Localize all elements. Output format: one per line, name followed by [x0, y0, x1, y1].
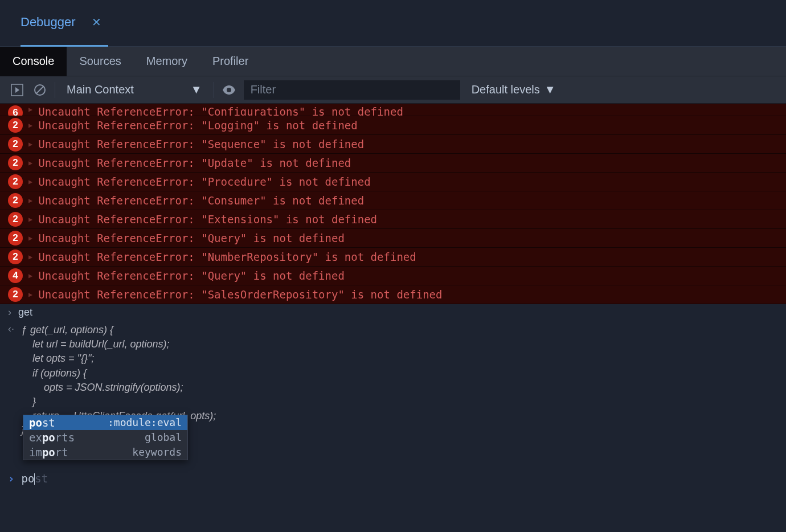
function-keyword: ƒ	[21, 324, 27, 335]
expand-icon[interactable]: ▶	[28, 159, 32, 167]
svg-line-2	[36, 87, 43, 93]
close-icon[interactable]: ✕	[92, 15, 101, 29]
error-text: Uncaught ReferenceError: "Configurations…	[38, 105, 403, 116]
error-count-badge: 2	[8, 155, 23, 170]
error-row[interactable]: 4▶Uncaught ReferenceError: "Query" is no…	[0, 267, 786, 285]
error-count-badge: 2	[8, 231, 23, 245]
console-toolbar: Main Context ▼ Default levels ▼	[0, 76, 786, 104]
expand-icon[interactable]: ▶	[28, 290, 32, 298]
error-text: Uncaught ReferenceError: "Logging" is no…	[38, 119, 358, 132]
error-row[interactable]: 2▶Uncaught ReferenceError: "Query" is no…	[0, 229, 786, 248]
expand-icon[interactable]: ▶	[28, 197, 32, 204]
history-input-text: get	[18, 306, 32, 318]
error-text: Uncaught ReferenceError: "Procedure" is …	[38, 175, 370, 188]
autocomplete-item[interactable]: importkeywords	[23, 445, 187, 460]
error-count-badge: 2	[8, 137, 23, 152]
console-output: 6▶Uncaught ReferenceError: "Configuratio…	[0, 104, 786, 488]
tab-sources[interactable]: Sources	[67, 47, 133, 76]
error-count-badge: 2	[8, 212, 23, 227]
console-input-row[interactable]: › post	[0, 469, 786, 489]
tab-profiler[interactable]: Profiler	[200, 47, 261, 76]
eye-icon[interactable]	[221, 82, 237, 98]
expand-icon[interactable]: ▶	[28, 272, 32, 280]
input-prompt-icon: ›	[8, 306, 11, 318]
error-count-badge: 2	[8, 287, 23, 302]
console-history-input: › get	[0, 304, 786, 321]
clear-icon[interactable]	[32, 82, 48, 98]
autocomplete-item[interactable]: exportsglobal	[23, 430, 187, 445]
chevron-down-icon: ▼	[545, 83, 556, 96]
expand-icon[interactable]: ▶	[28, 234, 32, 242]
divider	[214, 82, 214, 98]
context-label: Main Context	[67, 83, 134, 96]
autocomplete-item[interactable]: post:module:eval	[23, 415, 187, 430]
error-row[interactable]: 2▶Uncaught ReferenceError: "NumberReposi…	[0, 248, 786, 267]
tab-label: Debugger	[21, 15, 76, 30]
divider	[55, 82, 55, 98]
context-select[interactable]: Main Context ▼	[62, 83, 207, 96]
error-count-badge: 4	[8, 268, 23, 283]
autocomplete-popup[interactable]: post:module:evalexportsglobalimportkeywo…	[23, 415, 188, 460]
error-row[interactable]: 2▶Uncaught ReferenceError: "Consumer" is…	[0, 191, 786, 210]
error-row[interactable]: 2▶Uncaught ReferenceError: "Logging" is …	[0, 116, 786, 135]
error-count-badge: 2	[8, 249, 23, 264]
error-text: Uncaught ReferenceError: "Query" is not …	[38, 232, 345, 244]
error-row[interactable]: 2▶Uncaught ReferenceError: "Update" is n…	[0, 154, 786, 173]
error-text: Uncaught ReferenceError: "Sequence" is n…	[38, 138, 364, 150]
levels-select[interactable]: Default levels ▼	[467, 83, 560, 96]
levels-label: Default levels	[472, 83, 540, 96]
input-prompt-icon: ›	[8, 472, 14, 485]
svg-point-3	[227, 88, 231, 92]
error-count-badge: 6	[8, 105, 23, 116]
output-prompt-icon: ‹·	[8, 323, 14, 438]
chevron-down-icon: ▼	[191, 83, 202, 96]
expand-icon[interactable]: ▶	[28, 178, 32, 186]
error-row[interactable]: 2▶Uncaught ReferenceError: "Extensions" …	[0, 210, 786, 229]
tab-console[interactable]: Console	[0, 47, 67, 76]
expand-icon[interactable]: ▶	[28, 121, 32, 129]
panel-tab-bar: Console Sources Memory Profiler	[0, 47, 786, 76]
error-count-badge: 2	[8, 174, 23, 189]
error-row[interactable]: 6▶Uncaught ReferenceError: "Configuratio…	[0, 104, 786, 116]
error-text: Uncaught ReferenceError: "SalesOrderRepo…	[38, 288, 442, 301]
error-count-badge: 2	[8, 193, 23, 208]
error-row[interactable]: 2▶Uncaught ReferenceError: "Sequence" is…	[0, 135, 786, 154]
error-text: Uncaught ReferenceError: "Consumer" is n…	[38, 194, 364, 207]
filter-input[interactable]	[244, 80, 460, 100]
tab-memory[interactable]: Memory	[134, 47, 200, 76]
error-row[interactable]: 2▶Uncaught ReferenceError: "Procedure" i…	[0, 173, 786, 191]
tab-debugger[interactable]: Debugger ✕	[21, 0, 108, 47]
console-input-text[interactable]: post	[21, 472, 48, 485]
error-row[interactable]: 2▶Uncaught ReferenceError: "SalesOrderRe…	[0, 285, 786, 304]
expand-icon[interactable]: ▶	[28, 105, 32, 113]
expand-icon[interactable]: ▶	[28, 140, 32, 148]
main-tab-bar: Debugger ✕	[0, 0, 786, 47]
error-text: Uncaught ReferenceError: "NumberReposito…	[38, 251, 416, 263]
error-count-badge: 2	[8, 118, 23, 133]
play-icon[interactable]	[9, 82, 25, 98]
expand-icon[interactable]: ▶	[28, 253, 32, 261]
error-text: Uncaught ReferenceError: "Query" is not …	[38, 269, 345, 282]
error-text: Uncaught ReferenceError: "Extensions" is…	[38, 213, 377, 226]
error-text: Uncaught ReferenceError: "Update" is not…	[38, 157, 351, 169]
expand-icon[interactable]: ▶	[28, 215, 32, 223]
